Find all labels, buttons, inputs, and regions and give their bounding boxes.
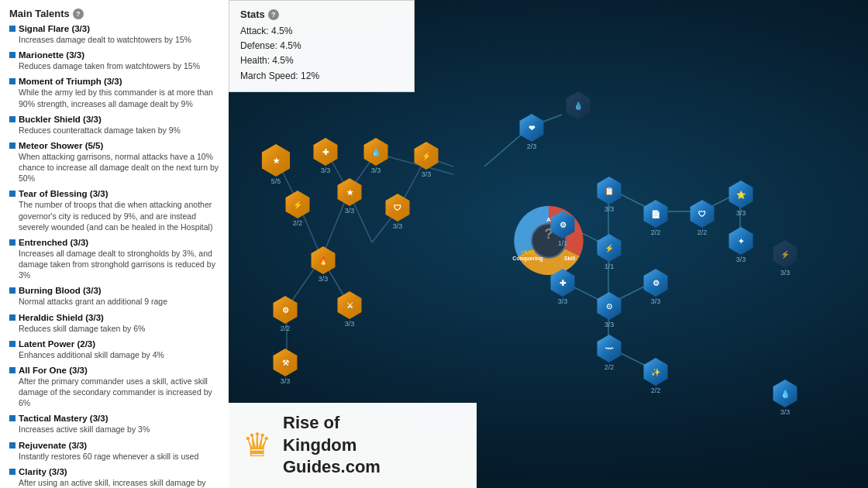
main-talents-title: Main Talents ? (9, 8, 219, 19)
talent-item: Rejuvenate (3/3) Instantly restores 60 r… (9, 441, 219, 462)
node-gold-sword[interactable]: ⚔ 3/3 (336, 291, 363, 328)
node-gold-bolt[interactable]: ⚡ 3/3 (412, 142, 440, 178)
hex-icon: ✚ (312, 138, 339, 166)
hex-icon: ⊙ (595, 292, 623, 320)
talent-desc: Reduces damage taken from watchtowers by… (9, 60, 219, 71)
node-blue-spark[interactable]: ✨ 2/2 (642, 358, 670, 394)
hex-icon: 📄 (642, 200, 670, 228)
node-blue-wave[interactable]: 〰 2/2 (595, 335, 623, 371)
hex-icon: ⚔ (336, 291, 363, 319)
stat-row: March Speed: 12% (240, 69, 403, 84)
talent-name: Tactical Mastery (3/3) (9, 414, 219, 423)
talent-name: Burning Blood (3/3) (9, 286, 219, 295)
talent-item: Tear of Blessing (3/3) The number of tro… (9, 189, 219, 232)
node-blue-star[interactable]: ⭐ 3/3 (727, 180, 755, 217)
talent-dot (9, 415, 16, 421)
talent-dot (9, 191, 16, 197)
talent-item: Burning Blood (3/3) Normal attacks grant… (9, 286, 219, 307)
hex-icon: 📋 (595, 177, 623, 204)
node-gold-shield[interactable]: 🛡 3/3 (384, 194, 412, 230)
talent-dot (9, 239, 16, 246)
talent-desc: After using an active skill, increases s… (9, 477, 219, 488)
talent-item: Entrenched (3/3) Increases all damage de… (9, 238, 219, 281)
talents-help-icon[interactable]: ? (73, 9, 84, 19)
node-blue-far1[interactable]: ⚡ 3/3 (771, 240, 799, 277)
svg-text:(4/1): (4/1) (521, 249, 534, 256)
hex-icon: ⚡ (284, 191, 312, 218)
hex-icon: ⚙ (642, 269, 670, 297)
node-blue-dot[interactable]: ✦ 3/3 (727, 227, 755, 263)
hex-icon: ⚙ (271, 296, 299, 324)
talent-desc: Normal attacks grant an additional 9 rag… (9, 296, 219, 307)
hex-icon: ✦ (727, 227, 755, 255)
stats-help-icon[interactable]: ? (268, 9, 279, 20)
node-gold-big-star[interactable]: ★ 5/5 (260, 144, 292, 185)
talent-desc: While the army led by this commander is … (9, 87, 219, 108)
node-blue-scroll[interactable]: 📄 2/2 (642, 200, 670, 236)
node-blue-heart[interactable]: ❤ 2/3 (518, 114, 546, 150)
node-gold-star[interactable]: ★ 3/3 (336, 178, 363, 215)
node-blue-far2[interactable]: 💧 3/3 (771, 380, 799, 416)
node-blue-plus[interactable]: ✚ 3/3 (549, 269, 577, 305)
talent-item: Signal Flare (3/3) Increases damage deal… (9, 24, 219, 45)
talent-item: Tactical Mastery (3/3) Increases active … (9, 414, 219, 435)
talent-name: Meteor Shower (5/5) (9, 141, 219, 150)
talent-desc: After the primary commander uses a skill… (9, 376, 219, 409)
logo-panel: ♛ Rise of Kingdom Guides.com (229, 403, 477, 488)
talent-item: Marionette (3/3) Reduces damage taken fr… (9, 50, 219, 71)
stat-row: Health: 4.5% (240, 53, 403, 68)
talent-name: Rejuvenate (3/3) (9, 441, 219, 450)
hex-icon: ❤ (518, 114, 546, 142)
hex-icon: ⚡ (771, 240, 799, 268)
hex-icon: 🛡 (688, 200, 716, 228)
hex-icon: ⚡ (595, 234, 623, 262)
stat-row: Defense: 4.5% (240, 39, 403, 53)
talent-dot (9, 116, 16, 122)
hex-icon: ★ (336, 178, 363, 206)
talent-name: All For One (3/3) (9, 366, 219, 375)
node-blue-lightning[interactable]: ⚡ 1/1 (595, 234, 623, 270)
node-blue-gear[interactable]: ⚙ 1/1 (549, 211, 577, 247)
node-gold-lightning[interactable]: ⚡ 2/2 (284, 191, 312, 227)
talent-dot (9, 26, 16, 32)
node-blue-shield[interactable]: 🛡 2/2 (688, 200, 716, 236)
talent-desc: Increases all damage dealt to stronghold… (9, 248, 219, 281)
talent-name: Latent Power (2/3) (9, 339, 219, 349)
talent-desc: Increases damage dealt to watchtowers by… (9, 34, 219, 45)
node-gold-fire[interactable]: 🔥 3/3 (309, 246, 337, 283)
talent-desc: Reduces counterattack damage taken by 9% (9, 125, 219, 136)
talent-desc: Reduces skill damage taken by 6% (9, 323, 219, 334)
talent-name: Marionette (3/3) (9, 50, 219, 60)
stats-panel: Stats ? Attack: 4.5%Defense: 4.5%Health:… (229, 0, 415, 92)
hex-icon: 〰 (595, 335, 623, 363)
hex-icon: 💧 (564, 91, 592, 119)
talent-dot (9, 442, 16, 448)
talent-dot (9, 143, 16, 149)
node-gold-gear[interactable]: ⚙ 2/2 (271, 296, 299, 332)
node-blue-target[interactable]: ⊙ 3/3 (595, 292, 623, 328)
svg-text:Conquering: Conquering (512, 256, 542, 262)
node-gold-tools[interactable]: ⚒ 3/3 (271, 349, 299, 385)
crown-icon: ♛ (243, 429, 272, 462)
talent-name: Heraldic Shield (3/3) (9, 313, 219, 322)
hex-icon: 🛡 (384, 194, 412, 222)
node-gold-cross[interactable]: ✚ 3/3 (312, 138, 339, 174)
node-gold-drop[interactable]: 💧 3/3 (362, 138, 390, 174)
talent-dot (9, 469, 16, 475)
talent-item: All For One (3/3) After the primary comm… (9, 366, 219, 409)
hex-icon: ⚒ (271, 349, 299, 376)
node-blue-doc[interactable]: 📋 3/3 (595, 177, 623, 213)
talent-dot (9, 367, 16, 373)
stat-row: Attack: 4.5% (240, 24, 403, 39)
node-blue-drop[interactable]: 💧 (564, 91, 592, 120)
talent-dot (9, 341, 16, 347)
hex-icon: ✨ (642, 358, 670, 386)
node-blue-cog[interactable]: ⚙ 3/3 (642, 269, 670, 305)
talent-desc: Increases active skill damage by 3% (9, 424, 219, 435)
stats-title: Stats ? (240, 9, 403, 20)
talent-dot (9, 52, 16, 58)
hex-icon: 💧 (362, 138, 390, 166)
talent-item: Buckler Shield (3/3) Reduces counteratta… (9, 115, 219, 136)
talent-name: Moment of Triumph (3/3) (9, 77, 219, 86)
hex-icon: ⚙ (549, 211, 577, 239)
